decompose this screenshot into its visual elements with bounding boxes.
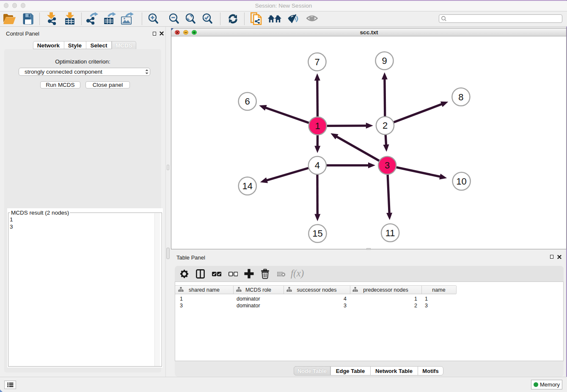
svg-text:9: 9: [382, 55, 387, 66]
svg-text:15: 15: [312, 228, 322, 239]
svg-text:7: 7: [314, 57, 319, 67]
svg-text:14: 14: [242, 181, 253, 191]
svg-text:2: 2: [383, 120, 388, 131]
svg-text:11: 11: [385, 228, 395, 238]
svg-text:6: 6: [245, 96, 250, 107]
svg-text:8: 8: [458, 92, 463, 102]
svg-text:1: 1: [315, 121, 320, 131]
svg-text:3: 3: [385, 160, 390, 171]
svg-text:10: 10: [456, 176, 466, 187]
svg-text:4: 4: [315, 160, 320, 171]
